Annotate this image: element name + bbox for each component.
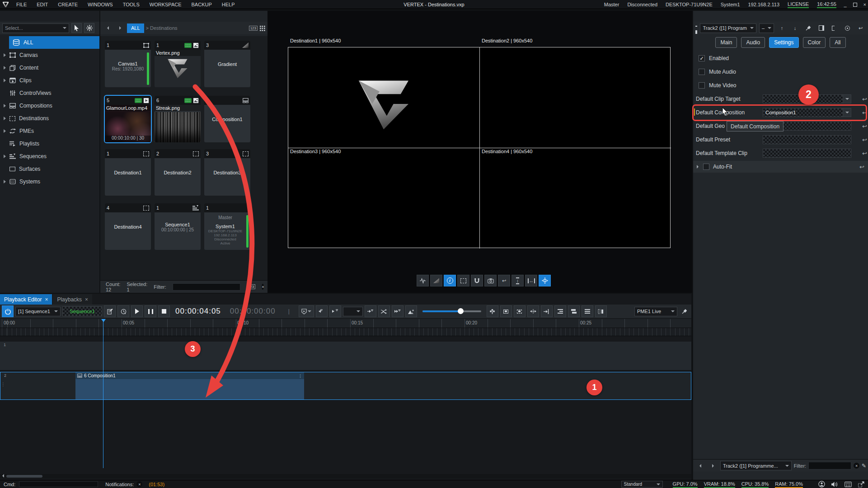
menu-help[interactable]: HELP — [217, 2, 240, 7]
hamburger-icon[interactable] — [695, 26, 697, 30]
stop-button[interactable] — [158, 305, 170, 317]
clear-filter-icon[interactable]: × — [854, 463, 859, 469]
sidebar-item-all[interactable]: ALL — [9, 36, 99, 49]
next-cue-button[interactable] — [329, 305, 341, 317]
nav-back-button[interactable] — [103, 23, 113, 33]
reset-icon[interactable]: ↩ — [862, 150, 867, 157]
active-sequence-field[interactable]: Sequence1 — [62, 306, 102, 316]
sidebar-item-pmes[interactable]: PMEs — [0, 125, 99, 137]
zoom-slider[interactable] — [422, 310, 481, 312]
sidebar-item-content[interactable]: Content — [0, 61, 99, 74]
pin-panel-button[interactable] — [679, 306, 690, 316]
scale-toggle-icon[interactable] — [858, 481, 864, 488]
prev-cue-button[interactable] — [316, 305, 328, 317]
library-filter-input[interactable] — [173, 283, 240, 291]
sidebar-item-playlists[interactable]: Playlists — [0, 137, 99, 150]
menu-workspace[interactable]: WORKSPACE — [145, 2, 187, 7]
inspector-target-dropdown[interactable]: Track2 ([1] Program — [700, 23, 756, 33]
tile-system1[interactable]: 1 Master System1 DESKTOP-71U9N2E 192.168… — [204, 203, 250, 250]
safe-frame-button[interactable] — [457, 275, 469, 286]
inspector-filter-input[interactable] — [808, 462, 851, 469]
prop-autofit-group[interactable]: Auto-Fit ↩ — [693, 161, 868, 173]
notifications-clear-icon[interactable]: × — [136, 481, 142, 487]
checkbox-unchecked[interactable] — [699, 82, 705, 89]
numbers-toggle-icon[interactable]: 123 — [249, 26, 258, 31]
grid-view-icon[interactable] — [259, 25, 265, 31]
tab-audio[interactable]: Audio — [741, 37, 765, 48]
menu-create[interactable]: CREATE — [53, 2, 83, 7]
checkbox-checked[interactable]: ✓ — [699, 55, 705, 61]
tile-vertex-png[interactable]: 1 Vertex.png — [155, 41, 201, 87]
expander-icon[interactable] — [4, 104, 6, 108]
pause-button[interactable] — [145, 305, 156, 317]
screenshot-button[interactable] — [484, 275, 497, 286]
align-stack-button[interactable] — [568, 305, 580, 317]
dropdown-button[interactable] — [843, 95, 851, 103]
menu-windows[interactable]: WINDOWS — [83, 2, 118, 7]
playback-power-button[interactable] — [2, 305, 14, 317]
explorer-select-dropdown[interactable]: Select... — [2, 23, 69, 33]
midi-keyboard-icon[interactable] — [845, 482, 852, 487]
expander-icon[interactable] — [4, 155, 6, 158]
tile-composition1[interactable]: 1 Composition1 — [204, 96, 250, 142]
next-target-button[interactable] — [708, 461, 718, 471]
tile-destination4[interactable]: 4 Destination4 — [105, 203, 151, 250]
frame-fit-button[interactable] — [500, 305, 512, 317]
gradient-check-button[interactable] — [430, 275, 442, 286]
settings-gear-button[interactable] — [84, 23, 94, 33]
menu-backup[interactable]: BACKUP — [187, 2, 217, 7]
goto-end-button[interactable] — [541, 305, 553, 317]
fit-vertical-button[interactable]: ↕ — [511, 275, 524, 286]
panel-layout-button[interactable] — [816, 23, 826, 33]
align-right-button[interactable] — [554, 305, 566, 317]
prev-target-button[interactable] — [695, 461, 705, 471]
sidebar-item-surfaces[interactable]: Surfaces — [0, 163, 99, 175]
clear-filter-icon[interactable]: × — [262, 284, 264, 290]
play-button[interactable] — [131, 305, 143, 317]
license-button[interactable]: LICENSE — [788, 1, 809, 8]
watch-button[interactable] — [842, 23, 853, 33]
expand-clips-button[interactable] — [527, 305, 539, 317]
reset-icon[interactable]: ↩ — [859, 164, 864, 170]
expander-icon[interactable] — [4, 129, 6, 133]
sidebar-item-controlviews[interactable]: ControlViews — [0, 87, 99, 99]
sidebar-item-sequences[interactable]: Sequences — [0, 150, 99, 163]
edit-sequence-button[interactable] — [104, 305, 116, 317]
reset-icon[interactable]: ↩ — [862, 96, 867, 103]
tab-playbacks[interactable]: Playbacks× — [53, 294, 92, 305]
close-button[interactable]: × — [863, 2, 866, 7]
frame-fit-all-button[interactable] — [514, 305, 525, 317]
prop-mute-video[interactable]: Mute Video — [699, 80, 737, 90]
skip-cue-button[interactable] — [392, 305, 404, 317]
flower-tool-button[interactable] — [487, 305, 498, 317]
cue-mode-dropdown[interactable] — [299, 305, 314, 317]
preset-field[interactable] — [763, 135, 851, 144]
menu-file[interactable]: FILE — [11, 2, 32, 7]
sequence-select-dropdown[interactable]: [1] Sequence1 — [15, 307, 61, 316]
checkbox-unchecked[interactable] — [703, 164, 709, 170]
expander-icon[interactable] — [4, 66, 6, 70]
prop-enabled[interactable]: ✓ Enabled — [699, 53, 729, 63]
slider-knob[interactable] — [458, 308, 464, 314]
sidebar-item-systems[interactable]: Systems — [0, 175, 99, 188]
expander-icon[interactable] — [4, 79, 6, 82]
close-icon[interactable]: × — [85, 296, 88, 303]
reset-view-button[interactable]: ↩ — [498, 275, 510, 286]
sidebar-item-canvas[interactable]: Canvas — [0, 49, 99, 61]
edit-pencil-icon[interactable]: ✎ — [862, 463, 866, 469]
tab-color[interactable]: Color — [803, 37, 826, 48]
fit-horizontal-button[interactable]: ↔ — [525, 275, 537, 286]
expander-icon[interactable] — [4, 180, 6, 183]
audio-icon[interactable] — [831, 482, 838, 487]
pan-navigate-button[interactable] — [539, 275, 551, 286]
inspector-mode-dropdown[interactable]: – — [759, 23, 774, 33]
playhead-marker[interactable] — [101, 319, 106, 322]
menu-tools[interactable]: TOOLS — [118, 2, 145, 7]
tab-playback-editor[interactable]: Playback Editor× — [0, 294, 52, 305]
template-clip-field[interactable] — [763, 149, 851, 158]
refresh-button[interactable]: ↩ — [855, 23, 866, 33]
magnet-snap-button[interactable] — [471, 275, 483, 286]
pick-cursor-button[interactable] — [71, 23, 82, 33]
tile-gradient[interactable]: 3 Gradient — [204, 41, 250, 87]
tile-glamourloop[interactable]: 5 GlamourLoop.mp4 00:00:10:00 | 30 — [105, 96, 151, 142]
